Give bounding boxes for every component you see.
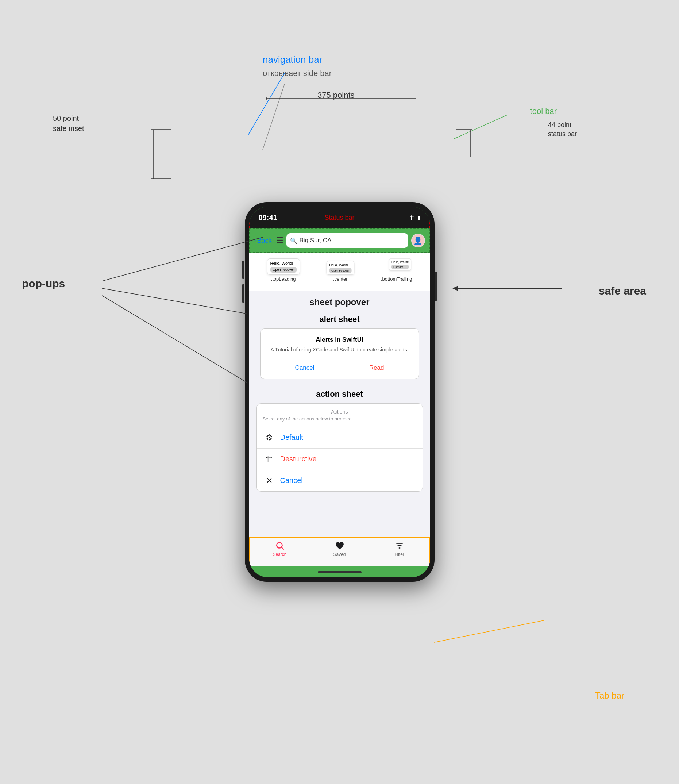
trash-icon: 🗑 [264,455,274,464]
nav-bar: ‹ Back ☰ 🔍 Big Sur, CA 👤 [249,229,430,252]
tab-item-filter[interactable]: Filter [369,541,429,557]
phone-inner: 09:41 Status bar ⇈ ▮ ‹ Back ☰ [249,207,430,577]
action-item-default[interactable]: ⚙ Default [257,427,422,448]
volume-up-button [242,260,244,279]
filter-tab-icon [395,541,404,550]
alert-box-text: A Tutorial of using XCode and SwiftUI to… [268,347,411,354]
tab-saved-label: Saved [333,552,346,557]
action-label-default: Default [280,433,303,442]
svg-line-17 [434,621,544,642]
svg-line-14 [102,296,248,383]
popover-label-1: .topLeading [271,276,296,282]
tab-search-label: Search [272,552,286,557]
open-popover-btn-1[interactable]: Open Popover [271,267,297,273]
phone-frame: 09:41 Status bar ⇈ ▮ ‹ Back ☰ [245,202,435,582]
search-tab-icon [275,541,285,550]
alert-box: Alerts in SwiftUI A Tutorial of using XC… [260,328,419,379]
svg-line-13 [102,289,248,314]
popover-label-2: .center [333,276,348,282]
status-bar-label: Status bar [324,214,354,221]
toolbar-annotation: tool bar [530,107,557,116]
status-time: 09:41 [259,213,277,222]
phone-body: 09:41 Status bar ⇈ ▮ ‹ Back ☰ [249,207,430,577]
popover-section: Hello, World! Open Popover .topLeading H… [249,252,430,291]
alert-read-button[interactable]: Read [369,364,384,372]
svg-line-5 [454,115,507,139]
popups-annotation: pop-ups [22,278,65,290]
svg-line-19 [281,547,283,549]
action-header-desc: Select any of the actions below to proce… [263,416,417,422]
alert-section-title: alert sheet [257,310,423,328]
open-popover-btn-2[interactable]: Open Popover [329,268,351,273]
tab-filter-label: Filter [394,552,404,557]
popover-label-3: .bottomTrailing [381,276,412,282]
heart-tab-icon [335,541,344,550]
50pt-annotation: 50 pointsafe inset [53,113,84,133]
popover-item-2: Hello, World! Open Popover .center [324,259,357,282]
popover-text-3: Hello, World! [391,260,408,263]
action-header-title: Actions [263,409,417,415]
page-container: navigation bar открывает side bar 375 po… [0,0,679,784]
popover-bubble-2: Hello, World! Open Popover [326,261,354,275]
home-indicator [249,566,430,577]
screen-content: Hello, World! Open Popover .topLeading H… [249,252,430,537]
popover-section-title: sheet popover [249,291,430,310]
back-label: Back [257,237,272,245]
home-bar [318,571,361,573]
svg-line-0 [248,73,285,135]
svg-marker-16 [452,286,458,291]
close-icon: ✕ [264,476,274,485]
battery-icon: ▮ [418,214,421,221]
tab-item-search[interactable]: Search [250,541,310,557]
popover-text-1: Hello, World! [271,261,293,265]
alert-section: alert sheet Alerts in SwiftUI A Tutorial… [249,310,430,385]
wifi-icon: ⇈ [410,214,415,221]
popover-item-1: Hello, World! Open Popover .topLeading [267,259,300,282]
opens-sidebar-annotation: открывает side bar [263,69,332,78]
tab-item-saved[interactable]: Saved [310,541,369,557]
popover-demos: Hello, World! Open Popover .topLeading H… [255,259,424,282]
action-sheet-box: Actions Select any of the actions below … [257,403,423,492]
action-section: action sheet Actions Select any of the a… [249,385,430,495]
open-popover-btn-3[interactable]: Open Po... [391,265,408,269]
375-points-annotation: 375 points [318,91,355,100]
44pt-annotation: 44 pointstatus bar [548,121,577,139]
menu-icon[interactable]: ☰ [276,236,283,245]
search-icon: 🔍 [290,237,297,244]
action-item-cancel[interactable]: ✕ Cancel [257,470,422,491]
tab-bar-annotation: Tab bar [595,691,624,701]
status-bar: 09:41 Status bar ⇈ ▮ [249,207,430,229]
search-bar[interactable]: 🔍 Big Sur, CA [286,233,408,248]
popover-bubble-1: Hello, World! Open Popover [267,259,300,275]
alert-box-title: Alerts in SwiftUI [268,336,411,343]
safe-area-annotation: safe area [599,285,646,297]
nav-bar-annotation: navigation bar [263,54,322,65]
action-label-destructive: Desturctive [280,455,317,463]
tab-bar: Search Saved [249,537,430,566]
alert-cancel-button[interactable]: Cancel [295,364,314,372]
popover-item-3: Hello, World! Open Po... .bottomTrailing [381,259,412,282]
volume-down-button [242,284,244,303]
action-item-destructive[interactable]: 🗑 Desturctive [257,448,422,470]
action-label-cancel: Cancel [280,476,303,485]
gear-icon: ⚙ [264,433,274,442]
power-button [435,271,438,301]
popover-bubble-3: Hello, World! Open Po... [389,259,411,271]
popover-text-2: Hello, World! [329,263,349,267]
nav-back-button[interactable]: ‹ Back [254,237,272,245]
action-section-title: action sheet [257,385,423,403]
alert-buttons: Cancel Read [268,359,411,372]
avatar-placeholder: 👤 [413,236,422,245]
user-avatar[interactable]: 👤 [411,234,425,248]
search-value: Big Sur, CA [300,237,332,244]
action-header: Actions Select any of the actions below … [257,404,422,427]
svg-line-1 [263,84,285,150]
chevron-left-icon: ‹ [254,237,257,245]
status-icons: ⇈ ▮ [410,214,421,221]
svg-line-12 [102,237,263,281]
